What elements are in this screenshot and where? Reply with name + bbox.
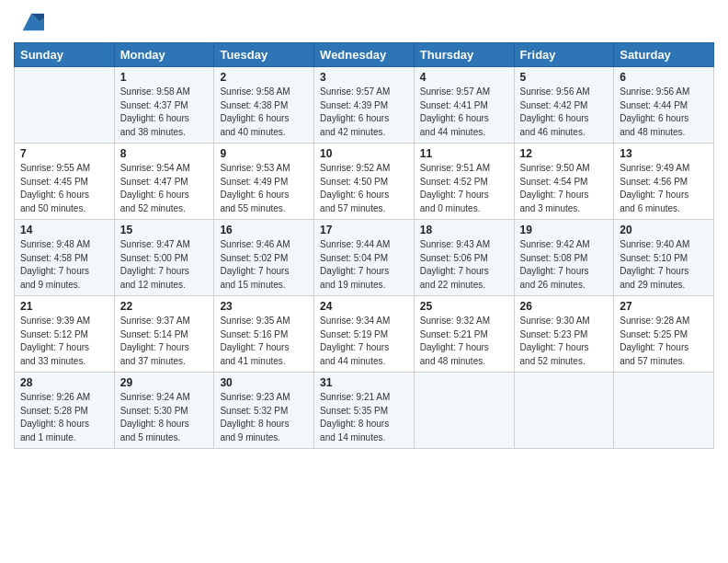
week-row-2: 7Sunrise: 9:55 AM Sunset: 4:45 PM Daylig… [15, 144, 714, 220]
day-info: Sunrise: 9:58 AM Sunset: 4:38 PM Dayligh… [220, 86, 308, 139]
day-info: Sunrise: 9:56 AM Sunset: 4:42 PM Dayligh… [520, 86, 609, 139]
day-cell: 29Sunrise: 9:24 AM Sunset: 5:30 PM Dayli… [114, 373, 214, 449]
day-number: 22 [120, 300, 209, 313]
day-info: Sunrise: 9:47 AM Sunset: 5:00 PM Dayligh… [120, 238, 209, 292]
day-number: 13 [620, 147, 708, 160]
day-info: Sunrise: 9:30 AM Sunset: 5:23 PM Dayligh… [520, 315, 609, 368]
day-info: Sunrise: 9:49 AM Sunset: 4:56 PM Dayligh… [620, 162, 708, 215]
day-cell: 26Sunrise: 9:30 AM Sunset: 5:23 PM Dayli… [514, 296, 614, 373]
col-header-tuesday: Tuesday [214, 43, 314, 67]
day-cell: 7Sunrise: 9:55 AM Sunset: 4:45 PM Daylig… [15, 144, 115, 220]
day-number: 3 [320, 71, 408, 84]
day-cell: 12Sunrise: 9:50 AM Sunset: 4:54 PM Dayli… [514, 144, 614, 220]
day-cell [15, 67, 115, 144]
day-info: Sunrise: 9:34 AM Sunset: 5:19 PM Dayligh… [320, 315, 408, 368]
day-number: 15 [120, 224, 209, 236]
week-row-1: 1Sunrise: 9:58 AM Sunset: 4:37 PM Daylig… [15, 67, 714, 144]
day-cell [514, 373, 614, 449]
day-number: 12 [520, 147, 609, 160]
logo [14, 9, 44, 35]
day-info: Sunrise: 9:44 AM Sunset: 5:04 PM Dayligh… [320, 238, 408, 292]
day-info: Sunrise: 9:23 AM Sunset: 5:32 PM Dayligh… [220, 391, 308, 444]
day-number: 25 [420, 300, 508, 313]
day-cell: 23Sunrise: 9:35 AM Sunset: 5:16 PM Dayli… [214, 296, 314, 373]
day-number: 24 [320, 300, 408, 313]
day-cell: 25Sunrise: 9:32 AM Sunset: 5:21 PM Dayli… [414, 296, 514, 373]
day-info: Sunrise: 9:51 AM Sunset: 4:52 PM Dayligh… [420, 162, 508, 215]
day-cell: 1Sunrise: 9:58 AM Sunset: 4:37 PM Daylig… [114, 67, 214, 144]
day-number: 31 [320, 376, 408, 389]
day-number: 5 [520, 71, 609, 84]
day-number: 8 [120, 147, 209, 160]
week-row-4: 21Sunrise: 9:39 AM Sunset: 5:12 PM Dayli… [15, 296, 714, 373]
day-number: 20 [620, 224, 708, 236]
col-header-monday: Monday [114, 43, 214, 67]
day-cell: 20Sunrise: 9:40 AM Sunset: 5:10 PM Dayli… [614, 220, 714, 296]
day-number: 18 [420, 224, 508, 236]
day-info: Sunrise: 9:42 AM Sunset: 5:08 PM Dayligh… [520, 238, 609, 292]
day-info: Sunrise: 9:39 AM Sunset: 5:12 PM Dayligh… [20, 315, 108, 368]
day-cell: 16Sunrise: 9:46 AM Sunset: 5:02 PM Dayli… [214, 220, 314, 296]
day-cell: 3Sunrise: 9:57 AM Sunset: 4:39 PM Daylig… [314, 67, 415, 144]
day-info: Sunrise: 9:53 AM Sunset: 4:49 PM Dayligh… [220, 162, 308, 215]
day-number: 6 [620, 71, 708, 84]
day-cell [614, 373, 714, 449]
day-number: 21 [20, 300, 108, 313]
day-cell: 5Sunrise: 9:56 AM Sunset: 4:42 PM Daylig… [514, 67, 614, 144]
day-cell: 27Sunrise: 9:28 AM Sunset: 5:25 PM Dayli… [614, 296, 714, 373]
day-cell: 15Sunrise: 9:47 AM Sunset: 5:00 PM Dayli… [114, 220, 214, 296]
day-info: Sunrise: 9:32 AM Sunset: 5:21 PM Dayligh… [420, 315, 508, 368]
day-cell: 14Sunrise: 9:48 AM Sunset: 4:58 PM Dayli… [15, 220, 115, 296]
day-cell: 24Sunrise: 9:34 AM Sunset: 5:19 PM Dayli… [314, 296, 415, 373]
header-row: SundayMondayTuesdayWednesdayThursdayFrid… [15, 43, 714, 67]
day-number: 4 [420, 71, 508, 84]
day-cell [414, 373, 514, 449]
day-cell: 17Sunrise: 9:44 AM Sunset: 5:04 PM Dayli… [314, 220, 415, 296]
day-info: Sunrise: 9:50 AM Sunset: 4:54 PM Dayligh… [520, 162, 609, 215]
day-number: 10 [320, 147, 408, 160]
day-number: 26 [520, 300, 609, 313]
day-info: Sunrise: 9:52 AM Sunset: 4:50 PM Dayligh… [320, 162, 408, 215]
day-number: 28 [20, 376, 108, 389]
day-number: 29 [120, 376, 209, 389]
day-info: Sunrise: 9:55 AM Sunset: 4:45 PM Dayligh… [20, 162, 108, 215]
col-header-friday: Friday [514, 43, 614, 67]
day-info: Sunrise: 9:56 AM Sunset: 4:44 PM Dayligh… [620, 86, 708, 139]
day-number: 11 [420, 147, 508, 160]
col-header-saturday: Saturday [614, 43, 714, 67]
day-number: 19 [520, 224, 609, 236]
day-number: 1 [120, 71, 209, 84]
day-cell: 28Sunrise: 9:26 AM Sunset: 5:28 PM Dayli… [15, 373, 115, 449]
day-info: Sunrise: 9:57 AM Sunset: 4:39 PM Dayligh… [320, 86, 408, 139]
day-cell: 8Sunrise: 9:54 AM Sunset: 4:47 PM Daylig… [114, 144, 214, 220]
day-cell: 21Sunrise: 9:39 AM Sunset: 5:12 PM Dayli… [15, 296, 115, 373]
day-info: Sunrise: 9:54 AM Sunset: 4:47 PM Dayligh… [120, 162, 209, 215]
calendar-table: SundayMondayTuesdayWednesdayThursdayFrid… [14, 42, 714, 449]
day-info: Sunrise: 9:28 AM Sunset: 5:25 PM Dayligh… [620, 315, 708, 368]
day-number: 14 [20, 224, 108, 236]
day-info: Sunrise: 9:21 AM Sunset: 5:35 PM Dayligh… [320, 391, 408, 444]
day-cell: 9Sunrise: 9:53 AM Sunset: 4:49 PM Daylig… [214, 144, 314, 220]
day-number: 27 [620, 300, 708, 313]
day-cell: 11Sunrise: 9:51 AM Sunset: 4:52 PM Dayli… [414, 144, 514, 220]
week-row-5: 28Sunrise: 9:26 AM Sunset: 5:28 PM Dayli… [15, 373, 714, 449]
col-header-wednesday: Wednesday [314, 43, 415, 67]
day-cell: 13Sunrise: 9:49 AM Sunset: 4:56 PM Dayli… [614, 144, 714, 220]
day-info: Sunrise: 9:26 AM Sunset: 5:28 PM Dayligh… [20, 391, 108, 444]
day-info: Sunrise: 9:43 AM Sunset: 5:06 PM Dayligh… [420, 238, 508, 292]
day-number: 17 [320, 224, 408, 236]
day-cell: 10Sunrise: 9:52 AM Sunset: 4:50 PM Dayli… [314, 144, 415, 220]
day-cell: 19Sunrise: 9:42 AM Sunset: 5:08 PM Dayli… [514, 220, 614, 296]
day-number: 30 [220, 376, 308, 389]
day-cell: 4Sunrise: 9:57 AM Sunset: 4:41 PM Daylig… [414, 67, 514, 144]
day-cell: 6Sunrise: 9:56 AM Sunset: 4:44 PM Daylig… [614, 67, 714, 144]
day-number: 23 [220, 300, 308, 313]
day-cell: 2Sunrise: 9:58 AM Sunset: 4:38 PM Daylig… [214, 67, 314, 144]
day-cell: 30Sunrise: 9:23 AM Sunset: 5:32 PM Dayli… [214, 373, 314, 449]
day-cell: 31Sunrise: 9:21 AM Sunset: 5:35 PM Dayli… [314, 373, 415, 449]
day-info: Sunrise: 9:24 AM Sunset: 5:30 PM Dayligh… [120, 391, 209, 444]
day-info: Sunrise: 9:37 AM Sunset: 5:14 PM Dayligh… [120, 315, 209, 368]
day-number: 16 [220, 224, 308, 236]
day-cell: 22Sunrise: 9:37 AM Sunset: 5:14 PM Dayli… [114, 296, 214, 373]
day-info: Sunrise: 9:46 AM Sunset: 5:02 PM Dayligh… [220, 238, 308, 292]
